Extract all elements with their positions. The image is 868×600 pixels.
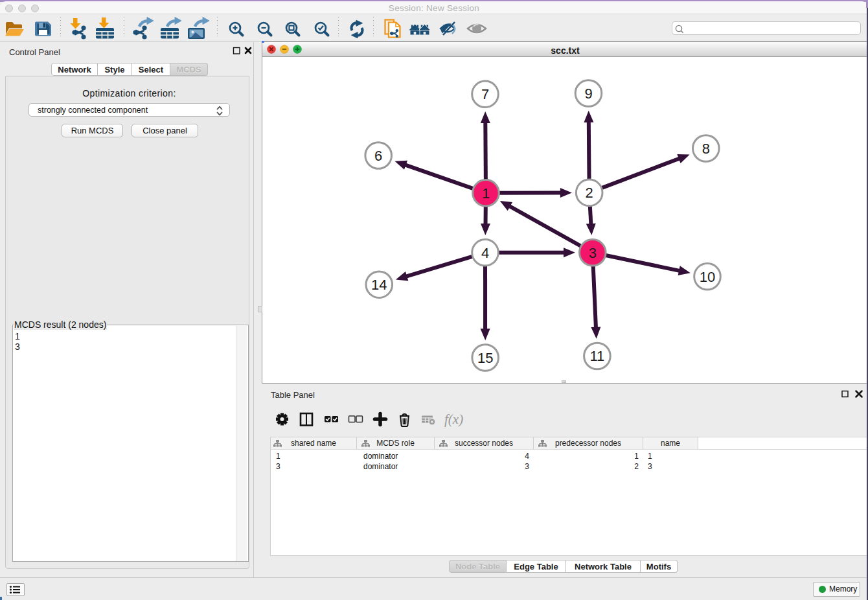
svg-text:15: 15 [477,350,493,366]
svg-text:f(x): f(x) [444,411,463,427]
svg-text:9: 9 [584,86,592,102]
svg-text:2: 2 [586,185,593,201]
svg-text:3: 3 [589,245,597,261]
svg-text:14: 14 [371,277,387,293]
svg-text:6: 6 [374,148,382,164]
svg-text:10: 10 [700,269,715,285]
svg-text:1: 1 [482,185,490,202]
svg-text:4: 4 [481,245,489,261]
svg-text:11: 11 [589,348,604,364]
svg-text:8: 8 [702,141,710,157]
svg-text:7: 7 [481,86,489,102]
